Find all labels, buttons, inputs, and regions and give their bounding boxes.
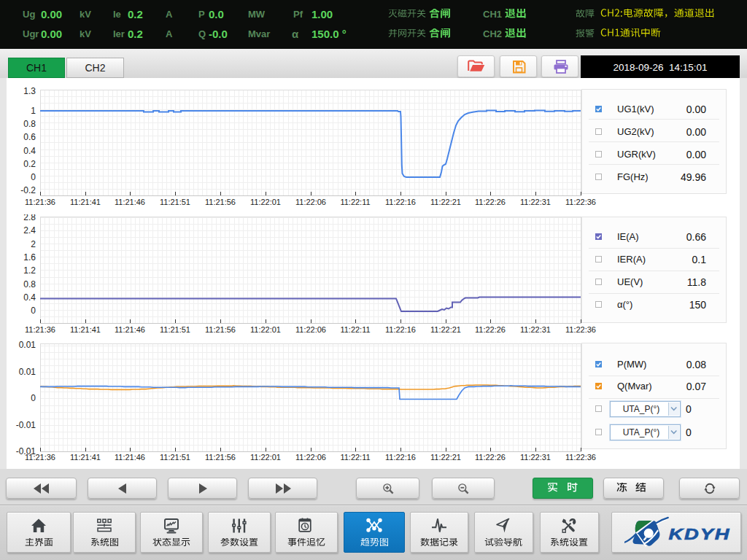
svg-text:2: 2 [31,239,36,249]
svg-text:11:21:41: 11:21:41 [70,453,101,462]
svg-text:11:22:11: 11:22:11 [340,325,370,334]
svg-text:11:22:16: 11:22:16 [385,325,416,334]
svg-text:11:22:26: 11:22:26 [475,325,506,334]
svg-text:11:22:26: 11:22:26 [475,453,506,462]
svg-text:11:22:36: 11:22:36 [565,325,596,334]
svg-text:11:22:06: 11:22:06 [295,198,326,206]
svg-text:1.6: 1.6 [23,252,36,262]
svg-text:0.4: 0.4 [23,292,36,303]
svg-text:11:21:51: 11:21:51 [160,453,190,462]
svg-text:0.6: 0.6 [23,132,36,142]
svg-text:1.3: 1.3 [23,88,36,96]
svg-text:0.4: 0.4 [23,146,36,156]
svg-text:11:21:51: 11:21:51 [160,198,190,206]
svg-text:11:22:21: 11:22:21 [430,453,461,462]
svg-text:11:22:36: 11:22:36 [565,453,596,462]
svg-text:11:21:41: 11:21:41 [70,198,101,206]
svg-text:0: 0 [31,306,36,316]
svg-text:0.01: 0.01 [19,367,36,377]
svg-text:11:22:16: 11:22:16 [385,453,416,462]
svg-text:11:22:01: 11:22:01 [250,198,281,206]
svg-text:0: 0 [31,393,36,403]
svg-text:11:22:06: 11:22:06 [295,325,326,334]
svg-text:11:21:56: 11:21:56 [205,325,236,334]
svg-text:KDYH: KDYH [669,525,731,542]
svg-text:11:22:01: 11:22:01 [250,325,281,334]
svg-text:0.01: 0.01 [19,341,36,350]
svg-text:11:21:36: 11:21:36 [25,198,55,206]
svg-text:11:21:36: 11:21:36 [25,325,55,334]
svg-text:11:22:06: 11:22:06 [295,453,326,462]
svg-text:11:22:16: 11:22:16 [385,198,416,206]
svg-text:11:22:21: 11:22:21 [430,198,461,206]
svg-text:11:22:36: 11:22:36 [565,198,596,206]
svg-text:11:21:46: 11:21:46 [115,325,145,334]
svg-text:11:21:41: 11:21:41 [70,325,101,334]
svg-text:0.8: 0.8 [23,119,36,129]
svg-text:11:22:11: 11:22:11 [340,198,370,206]
svg-text:0.2: 0.2 [23,159,36,169]
svg-text:11:21:51: 11:21:51 [160,325,190,334]
svg-text:11:21:46: 11:21:46 [115,198,145,206]
svg-text:11:22:31: 11:22:31 [520,325,551,334]
svg-text:1.2: 1.2 [23,265,36,276]
svg-text:11:21:46: 11:21:46 [115,453,145,462]
svg-text:0: 0 [31,172,36,182]
svg-text:-0.01: -0.01 [16,420,36,430]
svg-text:11:22:31: 11:22:31 [520,198,551,206]
svg-text:11:22:31: 11:22:31 [520,453,551,462]
svg-text:11:22:21: 11:22:21 [430,325,461,334]
svg-text:0.8: 0.8 [23,279,36,289]
svg-text:11:22:26: 11:22:26 [475,198,506,206]
svg-text:-0.2: -0.2 [20,185,36,195]
svg-text:11:21:36: 11:21:36 [25,453,55,462]
svg-text:2.4: 2.4 [23,225,36,236]
svg-text:11:22:01: 11:22:01 [250,453,281,462]
svg-text:11:21:56: 11:21:56 [205,198,236,206]
svg-text:11:22:11: 11:22:11 [340,453,370,462]
svg-text:2.8: 2.8 [23,214,36,222]
svg-text:11:21:56: 11:21:56 [205,453,236,462]
svg-text:1: 1 [31,106,36,116]
